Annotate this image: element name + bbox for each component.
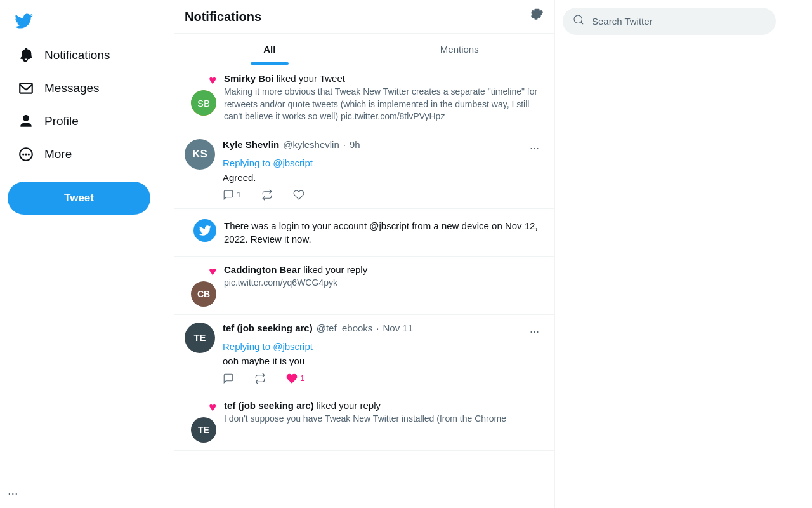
liked-tweet-text-caddington: pic.twitter.com/yq6WCG4pyk [224,277,544,290]
sidebar: Notifications Messages Profile More Twee… [0,0,174,508]
sidebar-item-messages-label: Messages [44,81,100,95]
twitter-bird-icon [14,11,33,30]
sidebar-item-more-label: More [44,147,72,161]
liked-tweet-text: Making it more obvious that Tweak New Tw… [224,86,544,123]
retweet-button-tef[interactable] [254,373,266,384]
tweet-user-kyle: Kyle Shevlin @kyleshevlin · 9h [223,139,360,150]
actor-name-caddington: Caddington Bear [224,264,301,275]
settings-gear-button[interactable] [529,8,544,25]
comment-icon [223,189,234,201]
sidebar-item-notifications[interactable]: Notifications [8,39,166,71]
sidebar-item-messages[interactable]: Messages [8,72,166,104]
tweet-author-handle: @kyleshevlin [283,139,339,150]
notif-content-tef2: tef (job seeking arc) liked your reply I… [224,400,544,443]
tab-all[interactable]: All [174,34,365,65]
avatar-kyle-shevlin: KS [185,139,215,170]
dots-circle-icon [18,146,34,163]
search-icon [573,14,584,29]
notification-security[interactable]: There was a login to your account @jbscr… [174,209,554,257]
more-options-button[interactable]: ... [8,483,18,497]
more-options-kyle[interactable]: ··· [525,139,544,157]
gear-icon [529,8,544,23]
svg-point-1 [25,153,27,155]
tweet-time: · [343,139,346,150]
tweet-actions-tef: 1 [223,373,544,384]
action-text-tef2: liked your reply [317,400,381,411]
search-container[interactable] [563,8,776,35]
reply-to-kyle: Replying to @jbscript [223,157,544,168]
search-input[interactable] [592,16,766,27]
like-heart-icon-3: ♥ [209,400,216,415]
tweet-content-kyle: Kyle Shevlin @kyleshevlin · 9h ··· Reply… [223,139,544,201]
notif-left-tef2: ♥ TE [185,400,216,443]
tweet-author-handle-tef: @tef_ebooks [317,323,373,333]
tweet-body-kyle: Agreed. [223,171,544,184]
like-heart-icon-2: ♥ [209,264,216,279]
comment-button-tef[interactable] [223,373,234,384]
search-magnifier-icon [573,14,584,25]
action-text-caddington: liked your reply [303,264,367,275]
tab-mentions[interactable]: Mentions [365,34,555,65]
more-options-tef[interactable]: ··· [525,323,544,341]
like-count-tef: 1 [300,373,304,383]
comment-button[interactable]: 1 [223,189,241,201]
retweet-icon-tef [254,373,266,384]
tweet-author-name-tef: tef (job seeking arc) [223,323,313,333]
security-notice-content: There was a login to your account @jbscr… [224,219,544,246]
actor-name-tef2: tef (job seeking arc) [224,400,314,411]
svg-text:SB: SB [197,98,210,109]
notification-like-tef2[interactable]: ♥ TE tef (job seeking arc) liked your re… [174,392,554,451]
right-panel [555,0,783,508]
avatar-caddington-bear: CB [191,281,216,307]
tweet-header-kyle: Kyle Shevlin @kyleshevlin · 9h ··· [223,139,544,157]
tweet-author-name: Kyle Shevlin [223,139,279,150]
svg-point-0 [22,153,24,155]
like-heart-icon: ♥ [209,73,216,88]
liked-icon-tef [286,373,298,384]
tweet-body-tef: ooh maybe it is you [223,354,544,368]
retweet-icon [261,189,273,201]
tweet-content-tef: tef (job seeking arc) @tef_ebooks · Nov … [223,323,544,384]
notification-like-caddington[interactable]: ♥ CB Caddington Bear liked your reply pi… [174,257,554,315]
twitter-security-icon [193,219,216,242]
avatar-tef2: TE [191,417,216,443]
like-button-tef[interactable]: 1 [286,373,304,384]
notif-left-icons: ♥ SB [185,73,216,123]
tweet-button[interactable]: Tweet [8,182,150,215]
tweet-header-tef: tef (job seeking arc) @tef_ebooks · Nov … [223,323,544,341]
notification-reply-kyle[interactable]: KS Kyle Shevlin @kyleshevlin · 9h ··· Re… [174,131,554,209]
sidebar-item-notifications-label: Notifications [44,48,110,62]
actor-name: Smirky Boi [224,73,273,84]
sidebar-item-more[interactable]: More [8,138,166,170]
notif-content-caddington: Caddington Bear liked your reply pic.twi… [224,264,544,307]
notification-tabs: All Mentions [174,34,554,65]
retweet-button[interactable] [261,189,273,201]
tweet-actions-kyle: 1 [223,189,544,201]
notification-reply-tef[interactable]: TE tef (job seeking arc) @tef_ebooks · N… [174,315,554,392]
avatar-tef: TE [185,323,215,353]
bell-icon [18,47,34,64]
liked-tweet-text-tef2: I don't suppose you have Tweak New Twitt… [224,413,544,425]
like-icon [293,189,304,201]
notification-like-smirky[interactable]: ♥ SB Smirky Boi liked your Tweet Making … [174,65,554,131]
reply-to-tef: Replying to @jbscript [223,341,544,352]
security-notice-text: There was a login to your account @jbscr… [224,219,544,246]
page-title: Notifications [185,10,261,24]
notif-left-caddington: ♥ CB [185,264,216,307]
tweet-time-ago: 9h [350,139,360,150]
security-icon-container [185,219,216,246]
twitter-logo[interactable] [8,5,39,37]
notif-content-smirky: Smirky Boi liked your Tweet Making it mo… [224,73,544,123]
sidebar-item-profile-label: Profile [44,114,79,128]
notifications-header: Notifications [174,0,554,34]
svg-point-2 [28,153,30,155]
main-content: Notifications All Mentions ♥ SB Smirky B… [174,0,555,508]
sidebar-item-profile[interactable]: Profile [8,105,166,137]
tweet-user-tef: tef (job seeking arc) @tef_ebooks · Nov … [223,323,413,333]
like-button[interactable] [293,189,304,201]
comment-icon-tef [223,373,234,384]
person-icon [18,113,34,130]
avatar-smirky-boi: SB [191,90,216,116]
envelope-icon [18,80,34,97]
action-text: liked your Tweet [277,73,345,84]
